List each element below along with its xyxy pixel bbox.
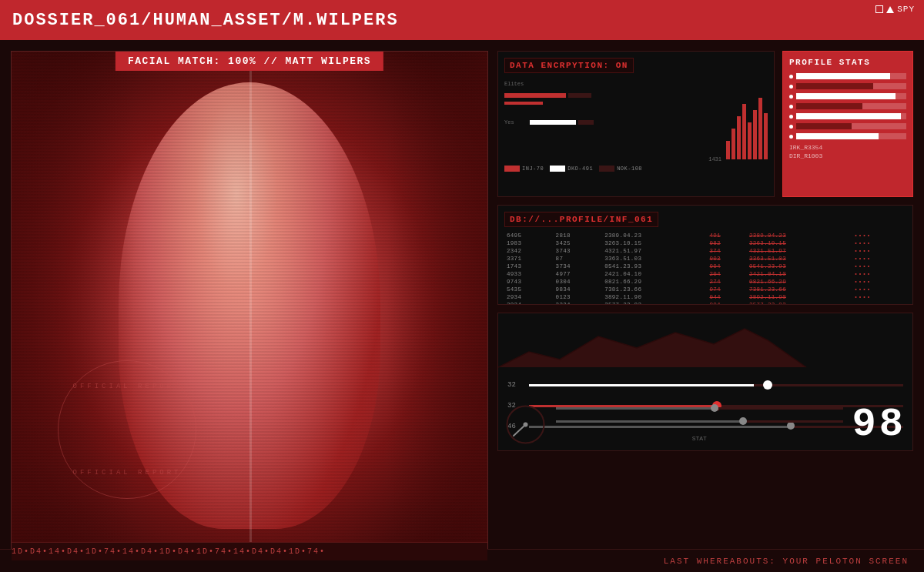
db-cell-4-2: 0541.23.93 (602, 263, 707, 270)
db-cell-2-0: 2342 (504, 247, 554, 255)
db-cell-0-0: 6495 (504, 232, 554, 239)
db-row-4: 174337340541.23.930040541.23.93•••• (504, 263, 906, 270)
legend-dko: DKO-491 (550, 166, 593, 172)
db-cell-1-3: 082 (707, 239, 746, 247)
stat-bar-fill-5 (796, 113, 901, 119)
db-cell-9-4: 3577.23.02 (747, 301, 852, 305)
profile-stats-title: PROFILE STATS (789, 58, 906, 67)
db-cell-3-3: 003 (707, 255, 746, 263)
square-icon (875, 5, 883, 13)
encryption-panel: DATA ENCRPYTION: ON Elites (497, 51, 775, 197)
db-cell-9-2: 3577.23.02 (602, 301, 707, 305)
stat-bar-track-3 (796, 93, 906, 99)
legend-nok: NOK-108 (599, 166, 642, 172)
legend-dot-nok (599, 166, 614, 172)
db-row-1: 198334253263.10.150823263.10.15•••• (504, 239, 906, 247)
stat-bar-2 (789, 83, 906, 89)
area-chart-svg (498, 321, 912, 383)
db-profile-panel: DB://...PROFILE/INF_061 649528182389.04.… (497, 205, 913, 305)
db-cell-3-1: 87 (554, 255, 603, 263)
db-cell-4-5: •••• (852, 263, 906, 270)
db-row-7: 543598347381.23.669747381.23.66•••• (504, 286, 906, 293)
svg-point-3 (524, 423, 528, 427)
db-cell-6-1: 0304 (554, 278, 603, 286)
legend-label-nok: NOK-108 (617, 166, 642, 172)
db-cell-8-0: 2934 (504, 293, 554, 301)
db-table-body: 649528182389.04.234912389.04.23••••19833… (504, 232, 906, 305)
db-cell-8-2: 3892.11.90 (602, 293, 707, 301)
dial (504, 403, 547, 446)
vert-scanline (249, 52, 252, 560)
db-cell-7-1: 9834 (554, 286, 603, 293)
db-row-0: 649528182389.04.234912389.04.23•••• (504, 232, 906, 239)
db-row-2: 234237434321.51.973744321.51.97•••• (504, 247, 906, 255)
stat-bar-1 (789, 73, 906, 79)
db-cell-9-1: 2334 (554, 301, 603, 305)
db-cell-6-0: 9743 (504, 278, 554, 286)
svg-line-2 (514, 425, 526, 437)
top-right-controls: SPY (875, 5, 915, 14)
db-cell-7-3: 974 (707, 286, 746, 293)
scroll-ticker: 1D•D4•14•D4•1D•74•14•D4•1D•D4•1D•74•14•D… (12, 542, 488, 560)
dir-label: DIR_R1003 (789, 152, 906, 159)
legend-dot-dko (550, 166, 565, 172)
db-cell-9-0: 2934 (504, 301, 554, 305)
right-blur (387, 52, 487, 560)
scroll-text: 1D•D4•14•D4•1D•74•14•D4•1D•D4•1D•74•14•D… (12, 547, 326, 556)
stat-dot-5 (789, 115, 793, 119)
db-cell-8-5: •••• (852, 293, 906, 301)
db-cell-1-5: •••• (852, 239, 906, 247)
db-cell-3-2: 3363.51.03 (602, 255, 707, 263)
db-cell-2-3: 374 (707, 247, 746, 255)
big-stat-number: 98 (852, 405, 906, 445)
legend-label-inj: INJ-70 (522, 166, 544, 172)
stat-dot-7 (789, 135, 793, 139)
db-cell-5-5: •••• (852, 270, 906, 278)
stat-bar-fill-4 (796, 103, 862, 109)
title-bar: DOSSIER_061/HUMAN_ASSET/M.WILPERS SPY (0, 0, 924, 40)
chart-axis-label: 1431 (708, 156, 721, 162)
db-cell-6-2: 0821.66.29 (602, 278, 707, 286)
main-area: FACIAL MATCH: 100% // MATT WILPERS OFFIC… (0, 40, 924, 572)
db-row-5: 493349772421.04.102042421.04.10•••• (504, 270, 906, 278)
right-panels: DATA ENCRPYTION: ON Elites (497, 51, 913, 561)
db-row-8: 293401233892.11.900443892.11.90•••• (504, 293, 906, 301)
stat-bar-track-6 (796, 123, 906, 129)
chart-label-elites: Elites (504, 81, 721, 87)
bottom-sliders: STAT (556, 407, 843, 442)
sliders-panel: 32 32 (497, 313, 913, 451)
profile-stats-panel: PROFILE STATS (782, 51, 913, 197)
stat-dot-1 (789, 75, 793, 79)
slider-1-container: 32 (507, 381, 903, 389)
db-cell-2-1: 3743 (554, 247, 603, 255)
watermark-circle: OFFICIAL REPORT OFFICIAL REPORT (58, 360, 196, 499)
irk-labels: IRK_R3354 DIR_R1003 (789, 144, 906, 159)
db-cell-5-3: 204 (707, 270, 746, 278)
top-row: DATA ENCRPYTION: ON Elites (497, 51, 913, 197)
db-cell-5-2: 2421.04.10 (602, 270, 707, 278)
photo-panel: FACIAL MATCH: 100% // MATT WILPERS OFFIC… (11, 51, 488, 561)
db-cell-1-0: 1983 (504, 239, 554, 247)
db-cell-7-4: 7381.23.66 (747, 286, 852, 293)
page-title: DOSSIER_061/HUMAN_ASSET/M.WILPERS (12, 11, 399, 30)
db-cell-1-2: 3263.10.15 (602, 239, 707, 247)
chart-label-yes: Yes (504, 119, 527, 125)
db-cell-5-4: 2421.04.10 (747, 270, 852, 278)
db-cell-8-1: 0123 (554, 293, 603, 301)
stat-bar-track-4 (796, 103, 906, 109)
svg-marker-0 (498, 329, 806, 367)
db-cell-0-4: 2389.04.23 (747, 232, 852, 239)
db-title: DB://...PROFILE/INF_061 (504, 212, 658, 227)
db-cell-2-4: 4321.51.97 (747, 247, 852, 255)
db-cell-4-4: 0541.23.93 (747, 263, 852, 270)
db-cell-3-5: •••• (852, 255, 906, 263)
stat-bar-fill-7 (796, 133, 879, 139)
db-row-6: 974303040821.66.292740821.66.29•••• (504, 278, 906, 286)
stat-bar-3 (789, 93, 906, 99)
stat-dot-4 (789, 105, 793, 109)
db-cell-4-3: 004 (707, 263, 746, 270)
db-cell-1-1: 3425 (554, 239, 603, 247)
db-cell-0-1: 2818 (554, 232, 603, 239)
db-cell-5-0: 4933 (504, 270, 554, 278)
dial-svg (504, 403, 547, 446)
